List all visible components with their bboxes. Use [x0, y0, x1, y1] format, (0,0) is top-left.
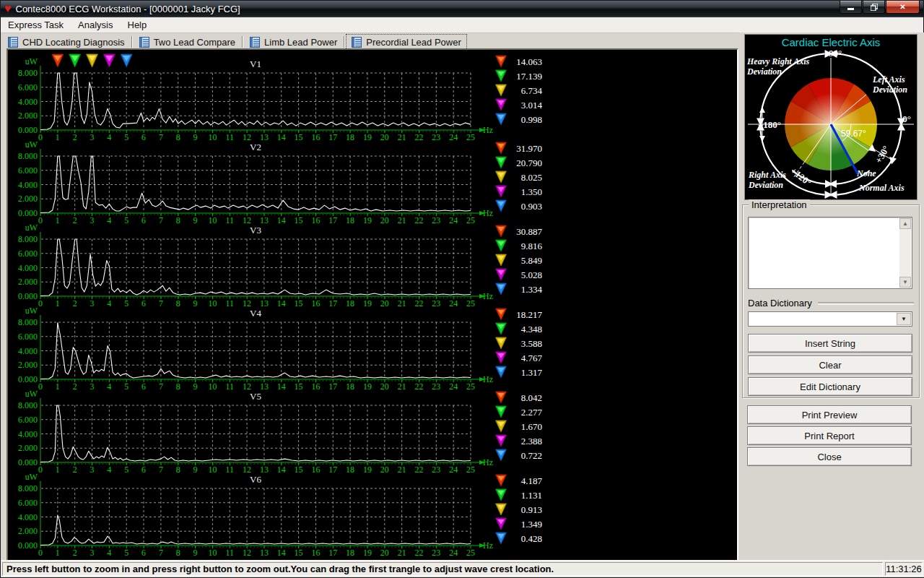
- svg-text:3: 3: [90, 132, 95, 142]
- tab-chd-locating-diagnosis[interactable]: CHD Locating Diagnosis: [3, 35, 130, 49]
- tab-bar: CHD Locating Diagnosis Two Lead Compare …: [1, 33, 742, 50]
- minimize-icon: [847, 4, 854, 10]
- tab-label: Two Lead Compare: [154, 37, 235, 48]
- scroll-down-icon[interactable]: ▼: [899, 277, 911, 288]
- tab-separator: [242, 36, 243, 48]
- crest-power-value: 9.816: [521, 241, 543, 251]
- chart-V1: 0123456789101112131415161718192021222324…: [8, 52, 736, 142]
- svg-text:4: 4: [107, 298, 111, 308]
- svg-text:18: 18: [346, 215, 354, 225]
- svg-text:5: 5: [124, 132, 128, 142]
- svg-text:25: 25: [466, 132, 475, 142]
- tab-two-lead-compare[interactable]: Two Lead Compare: [134, 35, 240, 49]
- svg-text:25: 25: [466, 298, 475, 308]
- close-button[interactable]: ✕: [886, 1, 920, 14]
- svg-text:6: 6: [141, 465, 146, 474]
- chevron-down-icon[interactable]: ▼: [897, 313, 911, 325]
- svg-text:10: 10: [208, 381, 217, 391]
- svg-text:0: 0: [38, 381, 43, 391]
- y-unit-label: uW: [25, 391, 38, 399]
- svg-text:15: 15: [295, 215, 303, 225]
- svg-text:4.000: 4.000: [18, 180, 38, 190]
- svg-text:24: 24: [449, 465, 458, 474]
- svg-text:1: 1: [56, 132, 60, 142]
- close-report-button[interactable]: Close: [747, 447, 912, 466]
- crest-power-value: 3.588: [521, 338, 542, 349]
- value-marker-red: [496, 475, 507, 486]
- y-unit-label: uW: [25, 142, 38, 150]
- minimize-button[interactable]: [840, 1, 862, 14]
- svg-text:21: 21: [398, 215, 406, 225]
- crest-power-value: 1.670: [521, 421, 542, 432]
- crest-power-value: 1.131: [521, 490, 542, 501]
- chart-title: V1: [250, 59, 261, 69]
- tab-limb-lead-power[interactable]: Limb Lead Power: [245, 35, 342, 49]
- svg-text:15: 15: [295, 298, 303, 308]
- svg-text:7: 7: [159, 381, 163, 391]
- heart-app-icon: ♥: [4, 3, 12, 14]
- edit-dictionary-button[interactable]: Edit Dictionary: [748, 377, 912, 396]
- svg-text:11: 11: [225, 298, 234, 308]
- crest-marker-red[interactable]: [52, 54, 64, 67]
- svg-text:6.000: 6.000: [18, 249, 38, 259]
- svg-text:5: 5: [124, 298, 128, 308]
- tab-precordial-lead-power[interactable]: Precordial Lead Power: [346, 35, 466, 49]
- menu-analysis[interactable]: Analysis: [71, 18, 120, 32]
- crest-power-value: 0.903: [521, 201, 542, 212]
- svg-text:0.000: 0.000: [18, 374, 38, 384]
- svg-text:6.000: 6.000: [18, 498, 38, 508]
- chart-V3: 0123456789101112131415161718192021222324…: [8, 225, 736, 308]
- crest-power-value: 2.388: [521, 436, 542, 447]
- svg-text:2.000: 2.000: [18, 526, 38, 536]
- crest-marker-magenta[interactable]: [103, 54, 115, 67]
- crest-power-value: 1.350: [521, 186, 542, 197]
- svg-text:8.000: 8.000: [18, 483, 38, 493]
- scroll-up-icon[interactable]: ▲: [899, 218, 911, 229]
- crest-marker-green[interactable]: [69, 54, 81, 67]
- clear-button[interactable]: Clear: [748, 355, 912, 374]
- svg-text:17: 17: [328, 465, 337, 474]
- svg-text:1: 1: [56, 465, 60, 474]
- svg-text:15: 15: [295, 548, 303, 557]
- spectrum-chart-panel: 0123456789101112131415161718192021222324…: [6, 48, 738, 561]
- data-dictionary-combobox[interactable]: ▼: [748, 311, 912, 327]
- svg-text:8: 8: [176, 548, 180, 557]
- right-panel: Cardiac Electric Axis: [738, 33, 924, 562]
- insert-string-button[interactable]: Insert String: [748, 334, 912, 353]
- crest-power-value: 0.722: [521, 450, 542, 461]
- restore-button[interactable]: [863, 1, 885, 14]
- interpretation-textarea[interactable]: ▲ ▼: [748, 217, 912, 289]
- print-report-button[interactable]: Print Report: [747, 426, 912, 445]
- svg-text:11: 11: [225, 465, 234, 474]
- interpretation-scrollbar[interactable]: ▲ ▼: [899, 218, 911, 288]
- svg-text:25: 25: [466, 381, 475, 391]
- svg-text:6.000: 6.000: [18, 415, 38, 425]
- menu-help[interactable]: Help: [121, 18, 154, 32]
- svg-text:11: 11: [225, 548, 234, 557]
- svg-text:10: 10: [208, 465, 217, 474]
- svg-text:9: 9: [193, 381, 198, 391]
- menu-express-task[interactable]: Express Task: [1, 18, 71, 32]
- svg-text:14: 14: [277, 465, 286, 474]
- crest-marker-blue[interactable]: [121, 54, 132, 67]
- svg-text:23: 23: [432, 132, 440, 142]
- svg-text:24: 24: [449, 215, 458, 225]
- spectrum-trace: [40, 516, 471, 545]
- svg-text:7: 7: [159, 132, 163, 142]
- x-unit-label: Hz: [483, 208, 493, 218]
- svg-text:15: 15: [295, 381, 303, 391]
- crest-power-value: 2.277: [521, 407, 543, 418]
- print-preview-button[interactable]: Print Preview: [747, 405, 912, 424]
- svg-text:11: 11: [225, 132, 234, 142]
- svg-text:11: 11: [225, 381, 234, 391]
- crest-marker-yellow[interactable]: [87, 54, 98, 67]
- value-marker-yellow: [496, 254, 507, 266]
- svg-text:17: 17: [328, 548, 337, 557]
- svg-text:2: 2: [73, 548, 77, 557]
- status-hint: Press left button to zoom in and press r…: [2, 562, 883, 576]
- tab-separator: [131, 36, 133, 48]
- svg-text:19: 19: [363, 381, 372, 391]
- svg-text:23: 23: [432, 298, 440, 308]
- report-icon: [352, 37, 362, 48]
- svg-text:4.000: 4.000: [18, 512, 38, 522]
